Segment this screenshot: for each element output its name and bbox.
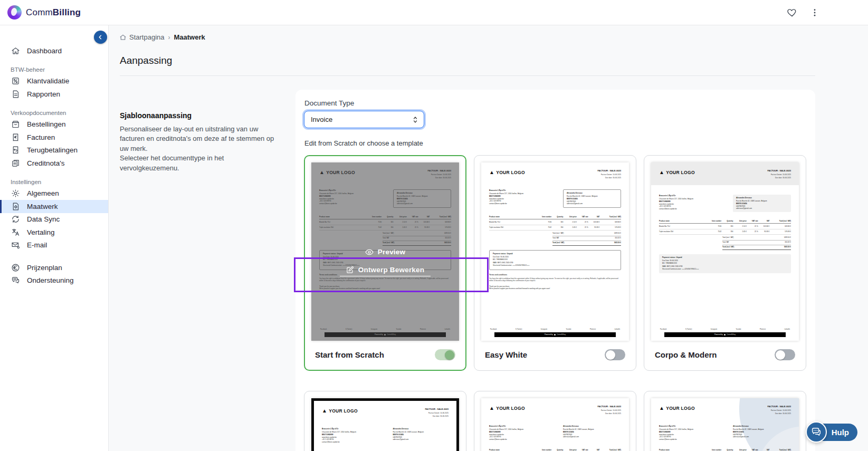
home-icon bbox=[119, 34, 127, 41]
main-content: Startpagina › Maatwerk Aanpassing Sjablo… bbox=[109, 25, 868, 451]
invoice-client-block: Alexandra Dervaux Rue du Marché 42, 1348… bbox=[563, 425, 621, 440]
heart-icon[interactable] bbox=[787, 7, 797, 18]
invoice-due-date: Due date: 30-06-2025 bbox=[767, 412, 791, 415]
sidebar-item-ondersteuning[interactable]: Ondersteuning bbox=[0, 274, 108, 287]
eye-icon bbox=[365, 249, 374, 255]
invoice-totals: Total (excl. VAT)1499.50 € Total VAT324.… bbox=[552, 231, 621, 245]
invoice-sender-block: Brasserie L'Épi d'Or Chaussée de Wavre 2… bbox=[322, 428, 381, 443]
invoice-sender-block: Brasserie L'Épi d'Or Chaussée de Wavre 2… bbox=[489, 189, 551, 208]
sidebar-group: VerkoopdocumentenBestellingenFacturenTer… bbox=[0, 110, 108, 170]
sidebar-section-header: BTW-beheer bbox=[0, 66, 108, 75]
invoice-payment-block: Payment status: Unpaid Due Date: 30-06-2… bbox=[489, 250, 621, 270]
invoice-date: Factuur Datum: 10-06-2025 bbox=[425, 412, 449, 415]
help-button-label: Hulp bbox=[832, 428, 849, 437]
receipt-refund-icon bbox=[11, 146, 20, 155]
file-gear-icon bbox=[11, 202, 20, 211]
invoice-line-items-table: Product nameItem numberQuantityUnit pric… bbox=[659, 219, 791, 235]
invoice-due-date: Due date: 30-06-2025 bbox=[597, 177, 621, 179]
logo-triangle-icon: ▲ bbox=[489, 170, 494, 175]
document-type-select[interactable]: Invoice bbox=[304, 111, 424, 128]
breadcrumb-current: Maatwerk bbox=[174, 33, 205, 41]
template-toggle[interactable] bbox=[775, 349, 795, 360]
select-chevrons-icon bbox=[412, 116, 418, 123]
breadcrumb-separator: › bbox=[168, 34, 170, 41]
document-type-value: Invoice bbox=[311, 116, 332, 123]
template-thumbnail: ▲YOUR LOGO FACTUUR : SALE-0023 Factuur D… bbox=[481, 398, 629, 451]
template-panel: Document Type Invoice Edit from Scratch … bbox=[295, 90, 815, 451]
intro-body-2: Selecteer het documenttype in het vervol… bbox=[120, 153, 279, 173]
percent-badge-icon bbox=[11, 76, 20, 85]
template-card-corpo-modern[interactable]: ▲YOUR LOGO FACTUUR : SALE-0023 Factuur D… bbox=[644, 155, 806, 371]
sidebar-item-klantvalidatie[interactable]: Klantvalidatie bbox=[0, 75, 108, 88]
sync-icon bbox=[11, 215, 20, 224]
sidebar-item-rapporten[interactable]: Rapporten bbox=[0, 88, 108, 101]
title-divider bbox=[120, 75, 815, 76]
logo-triangle-icon: ▲ bbox=[489, 406, 494, 411]
template-thumbnail: ▲YOUR LOGO FACTUUR : SALE-0023 Factuur D… bbox=[481, 162, 629, 341]
breadcrumb-home-link[interactable]: Startpagina bbox=[119, 33, 165, 41]
logo-triangle-icon: ▲ bbox=[659, 170, 664, 175]
app-logo[interactable]: CommBilling bbox=[7, 5, 81, 20]
invoice-title: FACTUUR : SALE-0023 bbox=[767, 169, 791, 172]
sidebar-item-creditnotas[interactable]: Creditnota's bbox=[0, 157, 108, 170]
invoice-sender-block: Brasserie L'Épi d'Or Chaussée de Wavre 2… bbox=[489, 425, 551, 440]
sidebar-item-algemeen[interactable]: Algemeen bbox=[0, 187, 108, 200]
invoice-client-block: Alexandra Dervaux Rue du Marché 42, 1348… bbox=[563, 189, 621, 208]
invoice-powered-bar: Powered byCommBilling bbox=[664, 332, 786, 337]
file-text-icon bbox=[11, 90, 20, 99]
support-chat-icon[interactable] bbox=[806, 421, 827, 443]
logo-triangle-icon: ▲ bbox=[322, 408, 327, 414]
invoice-totals: Total (excl. VAT)1499.50 € Total VAT324.… bbox=[722, 235, 791, 250]
invoice-date: Factuur Datum: 10-06-2025 bbox=[767, 409, 791, 412]
invoice-logo: ▲YOUR LOGO bbox=[489, 169, 525, 176]
invoice-social-links: FacebookX (Twitter)InstagramYoutubePinte… bbox=[660, 323, 790, 330]
invoice-client-block: Alexandra Dervaux Rue du Marché 42, 1348… bbox=[393, 428, 449, 443]
invoice-title: FACTUUR : SALE-0023 bbox=[425, 408, 449, 411]
sidebar-collapse-button[interactable] bbox=[94, 31, 107, 44]
invoice-line-items-table: Product nameItem numberQuantityUnit pric… bbox=[659, 448, 791, 451]
sidebar-item-bestellingen[interactable]: Bestellingen bbox=[0, 118, 108, 131]
template-card-start-from-scratch[interactable]: ▲YOUR LOGO FACTUUR : SALE-0023 Factuur D… bbox=[304, 155, 466, 371]
translate-icon bbox=[11, 228, 20, 237]
kebab-menu-icon[interactable] bbox=[810, 8, 819, 17]
edit-design-button[interactable]: Ontwerp Bewerken bbox=[340, 266, 431, 276]
sidebar-item-label: Rapporten bbox=[27, 90, 60, 98]
invoice-due-date: Due date: 30-06-2025 bbox=[767, 177, 791, 179]
sidebar-section-header: Instellingen bbox=[0, 179, 108, 187]
document-type-label: Document Type bbox=[304, 99, 807, 107]
invoice-date: Factuur Datum: 10-06-2025 bbox=[767, 174, 791, 176]
preview-button[interactable]: Preview bbox=[365, 248, 405, 256]
sidebar-item-label: Klantvalidatie bbox=[27, 77, 69, 85]
invoice-logo: ▲YOUR LOGO bbox=[659, 405, 695, 412]
invoice-preview: ▲YOUR LOGO FACTUUR : SALE-0023 Factuur D… bbox=[651, 398, 799, 451]
template-card-template-5[interactable]: ▲YOUR LOGO FACTUUR : SALE-0023 Factuur D… bbox=[474, 391, 636, 451]
invoice-preview: ▲YOUR LOGO FACTUUR : SALE-0023 Factuur D… bbox=[481, 162, 629, 341]
invoice-date: Factuur Datum: 10-06-2025 bbox=[597, 174, 621, 176]
template-card-template-4[interactable]: ▲YOUR LOGO FACTUUR : SALE-0023 Factuur D… bbox=[304, 391, 466, 451]
sidebar-item-label: Creditnota's bbox=[27, 159, 65, 167]
template-card-easy-white[interactable]: ▲YOUR LOGO FACTUUR : SALE-0023 Factuur D… bbox=[474, 155, 636, 371]
commbilling-mini-logo-icon bbox=[724, 334, 726, 335]
sidebar-group: InstellingenAlgemeenMaatwerkData SyncVer… bbox=[0, 179, 108, 252]
sidebar-item-prijzenplan[interactable]: Prijzenplan bbox=[0, 261, 108, 274]
template-name-label: Corpo & Modern bbox=[655, 350, 717, 359]
sidebar-item-maatwerk[interactable]: Maatwerk bbox=[0, 200, 108, 213]
invoice-sender-block: Brasserie L'Épi d'Or Chaussée de Wavre 2… bbox=[659, 425, 721, 440]
sidebar-item-facturen[interactable]: Facturen bbox=[0, 131, 108, 144]
breadcrumb: Startpagina › Maatwerk bbox=[109, 25, 868, 41]
template-card-template-6[interactable]: ▲YOUR LOGO FACTUUR : SALE-0023 Factuur D… bbox=[644, 391, 806, 451]
invoice-social-links: FacebookX (Twitter)InstagramYoutubePinte… bbox=[490, 323, 620, 330]
sidebar-item-terugbetalingen[interactable]: Terugbetalingen bbox=[0, 144, 108, 157]
template-toggle[interactable] bbox=[605, 349, 625, 360]
sidebar-item-dashboard[interactable]: Dashboard bbox=[0, 44, 108, 57]
sidebar-item-label: Maatwerk bbox=[27, 203, 58, 210]
sidebar-group: PrijzenplanOndersteuning bbox=[0, 261, 108, 287]
template-toggle[interactable] bbox=[435, 349, 455, 360]
invoice-preview: ▲YOUR LOGO FACTUUR : SALE-0023 Factuur D… bbox=[651, 162, 799, 341]
sidebar-item-email[interactable]: E-mail bbox=[0, 239, 108, 252]
package-icon bbox=[11, 120, 20, 129]
sidebar-item-vertaling[interactable]: Vertaling bbox=[0, 226, 108, 239]
template-intro: Sjabloonaanpassing Personaliseer de lay-… bbox=[120, 111, 279, 173]
sidebar-item-data-sync[interactable]: Data Sync bbox=[0, 213, 108, 226]
support-chat-icon bbox=[11, 276, 20, 285]
